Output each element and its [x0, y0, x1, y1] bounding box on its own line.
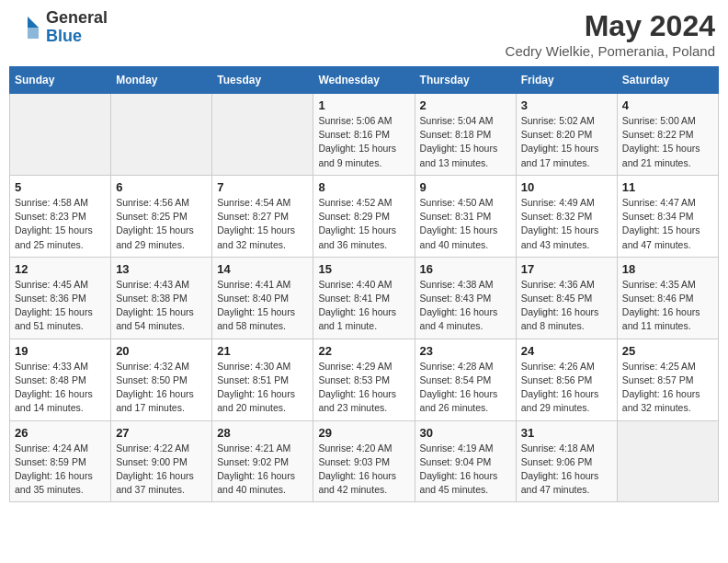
- day-number: 5: [15, 180, 106, 194]
- calendar-cell: 8Sunrise: 4:52 AM Sunset: 8:29 PM Daylig…: [313, 175, 415, 257]
- day-info: Sunrise: 4:49 AM Sunset: 8:32 PM Dayligh…: [521, 196, 612, 252]
- day-info: Sunrise: 4:19 AM Sunset: 9:04 PM Dayligh…: [420, 442, 511, 498]
- calendar-cell: 4Sunrise: 5:00 AM Sunset: 8:22 PM Daylig…: [617, 94, 718, 176]
- day-info: Sunrise: 5:02 AM Sunset: 8:20 PM Dayligh…: [521, 114, 612, 170]
- day-info: Sunrise: 4:30 AM Sunset: 8:51 PM Dayligh…: [217, 360, 308, 416]
- day-info: Sunrise: 4:25 AM Sunset: 8:57 PM Dayligh…: [622, 360, 713, 416]
- day-number: 29: [318, 426, 409, 440]
- header-row: SundayMondayTuesdayWednesdayThursdayFrid…: [10, 67, 719, 94]
- calendar-header: SundayMondayTuesdayWednesdayThursdayFrid…: [10, 67, 719, 94]
- day-info: Sunrise: 4:33 AM Sunset: 8:48 PM Dayligh…: [15, 360, 106, 416]
- calendar-cell: 15Sunrise: 4:40 AM Sunset: 8:41 PM Dayli…: [313, 257, 415, 339]
- calendar-cell: 31Sunrise: 4:18 AM Sunset: 9:06 PM Dayli…: [516, 420, 617, 502]
- day-number: 6: [116, 180, 207, 194]
- day-info: Sunrise: 4:26 AM Sunset: 8:56 PM Dayligh…: [521, 360, 612, 416]
- day-info: Sunrise: 4:21 AM Sunset: 9:02 PM Dayligh…: [217, 442, 308, 498]
- day-number: 11: [622, 180, 713, 194]
- calendar-cell: 10Sunrise: 4:49 AM Sunset: 8:32 PM Dayli…: [516, 175, 617, 257]
- day-info: Sunrise: 4:18 AM Sunset: 9:06 PM Dayligh…: [521, 442, 612, 498]
- day-number: 20: [116, 344, 207, 358]
- calendar-cell: 27Sunrise: 4:22 AM Sunset: 9:00 PM Dayli…: [111, 420, 212, 502]
- calendar-cell: 30Sunrise: 4:19 AM Sunset: 9:04 PM Dayli…: [415, 420, 516, 502]
- day-info: Sunrise: 4:41 AM Sunset: 8:40 PM Dayligh…: [217, 278, 308, 334]
- day-number: 17: [521, 262, 612, 276]
- logo-blue-label: Blue: [46, 28, 108, 46]
- calendar-cell: 13Sunrise: 4:43 AM Sunset: 8:38 PM Dayli…: [111, 257, 212, 339]
- week-row-4: 19Sunrise: 4:33 AM Sunset: 8:48 PM Dayli…: [10, 339, 719, 420]
- calendar-cell: 18Sunrise: 4:35 AM Sunset: 8:46 PM Dayli…: [617, 257, 718, 339]
- svg-marker-0: [28, 17, 39, 28]
- day-number: 28: [217, 426, 308, 440]
- week-row-5: 26Sunrise: 4:24 AM Sunset: 8:59 PM Dayli…: [10, 420, 719, 502]
- day-number: 2: [420, 98, 511, 112]
- calendar-cell: [10, 94, 111, 176]
- calendar-cell: 19Sunrise: 4:33 AM Sunset: 8:48 PM Dayli…: [10, 339, 111, 420]
- calendar-cell: 6Sunrise: 4:56 AM Sunset: 8:25 PM Daylig…: [111, 175, 212, 257]
- calendar-cell: 29Sunrise: 4:20 AM Sunset: 9:03 PM Dayli…: [313, 420, 415, 502]
- day-info: Sunrise: 4:35 AM Sunset: 8:46 PM Dayligh…: [622, 278, 713, 334]
- logo-general-label: General: [46, 9, 108, 28]
- day-number: 31: [521, 426, 612, 440]
- calendar-cell: 20Sunrise: 4:32 AM Sunset: 8:50 PM Dayli…: [111, 339, 212, 420]
- day-info: Sunrise: 4:56 AM Sunset: 8:25 PM Dayligh…: [116, 196, 207, 252]
- calendar-cell: 28Sunrise: 4:21 AM Sunset: 9:02 PM Dayli…: [212, 420, 313, 502]
- logo-icon: [13, 13, 42, 42]
- day-info: Sunrise: 5:06 AM Sunset: 8:16 PM Dayligh…: [318, 114, 409, 170]
- calendar-cell: 22Sunrise: 4:29 AM Sunset: 8:53 PM Dayli…: [313, 339, 415, 420]
- week-row-3: 12Sunrise: 4:45 AM Sunset: 8:36 PM Dayli…: [10, 257, 719, 339]
- day-number: 14: [217, 262, 308, 276]
- day-info: Sunrise: 4:38 AM Sunset: 8:43 PM Dayligh…: [420, 278, 511, 334]
- header-day-saturday: Saturday: [617, 67, 718, 94]
- calendar-table: SundayMondayTuesdayWednesdayThursdayFrid…: [9, 66, 719, 502]
- calendar-cell: 11Sunrise: 4:47 AM Sunset: 8:34 PM Dayli…: [617, 175, 718, 257]
- calendar-cell: [111, 94, 212, 176]
- calendar-cell: 17Sunrise: 4:36 AM Sunset: 8:45 PM Dayli…: [516, 257, 617, 339]
- day-number: 22: [318, 344, 409, 358]
- day-number: 30: [420, 426, 511, 440]
- calendar-cell: 5Sunrise: 4:58 AM Sunset: 8:23 PM Daylig…: [10, 175, 111, 257]
- day-number: 12: [15, 262, 106, 276]
- day-number: 16: [420, 262, 511, 276]
- day-info: Sunrise: 4:32 AM Sunset: 8:50 PM Dayligh…: [116, 360, 207, 416]
- header-day-friday: Friday: [516, 67, 617, 94]
- day-info: Sunrise: 4:54 AM Sunset: 8:27 PM Dayligh…: [217, 196, 308, 252]
- day-number: 4: [622, 98, 713, 112]
- calendar-cell: 21Sunrise: 4:30 AM Sunset: 8:51 PM Dayli…: [212, 339, 313, 420]
- day-info: Sunrise: 4:52 AM Sunset: 8:29 PM Dayligh…: [318, 196, 409, 252]
- calendar-cell: 7Sunrise: 4:54 AM Sunset: 8:27 PM Daylig…: [212, 175, 313, 257]
- calendar-cell: 2Sunrise: 5:04 AM Sunset: 8:18 PM Daylig…: [415, 94, 516, 176]
- calendar-cell: 1Sunrise: 5:06 AM Sunset: 8:16 PM Daylig…: [313, 94, 415, 176]
- day-number: 9: [420, 180, 511, 194]
- day-number: 19: [15, 344, 106, 358]
- day-info: Sunrise: 4:20 AM Sunset: 9:03 PM Dayligh…: [318, 442, 409, 498]
- day-number: 18: [622, 262, 713, 276]
- title-block: May 2024 Cedry Wielkie, Pomerania, Polan…: [506, 9, 715, 59]
- day-info: Sunrise: 5:04 AM Sunset: 8:18 PM Dayligh…: [420, 114, 511, 170]
- logo-text: General Blue: [46, 9, 108, 46]
- day-info: Sunrise: 4:58 AM Sunset: 8:23 PM Dayligh…: [15, 196, 106, 252]
- svg-marker-1: [28, 28, 39, 39]
- logo: General Blue: [13, 9, 108, 46]
- calendar-cell: 25Sunrise: 4:25 AM Sunset: 8:57 PM Dayli…: [617, 339, 718, 420]
- main-title: May 2024: [506, 9, 715, 43]
- week-row-1: 1Sunrise: 5:06 AM Sunset: 8:16 PM Daylig…: [10, 94, 719, 176]
- page-header: General Blue May 2024 Cedry Wielkie, Pom…: [9, 9, 719, 59]
- day-info: Sunrise: 4:40 AM Sunset: 8:41 PM Dayligh…: [318, 278, 409, 334]
- day-info: Sunrise: 4:28 AM Sunset: 8:54 PM Dayligh…: [420, 360, 511, 416]
- day-number: 21: [217, 344, 308, 358]
- header-day-tuesday: Tuesday: [212, 67, 313, 94]
- subtitle: Cedry Wielkie, Pomerania, Poland: [506, 43, 715, 59]
- header-day-sunday: Sunday: [10, 67, 111, 94]
- calendar-cell: 24Sunrise: 4:26 AM Sunset: 8:56 PM Dayli…: [516, 339, 617, 420]
- calendar-body: 1Sunrise: 5:06 AM Sunset: 8:16 PM Daylig…: [10, 94, 719, 502]
- day-number: 13: [116, 262, 207, 276]
- day-number: 8: [318, 180, 409, 194]
- header-day-wednesday: Wednesday: [313, 67, 415, 94]
- day-number: 24: [521, 344, 612, 358]
- calendar-cell: 12Sunrise: 4:45 AM Sunset: 8:36 PM Dayli…: [10, 257, 111, 339]
- day-number: 15: [318, 262, 409, 276]
- day-number: 25: [622, 344, 713, 358]
- calendar-cell: [212, 94, 313, 176]
- day-number: 23: [420, 344, 511, 358]
- day-info: Sunrise: 4:29 AM Sunset: 8:53 PM Dayligh…: [318, 360, 409, 416]
